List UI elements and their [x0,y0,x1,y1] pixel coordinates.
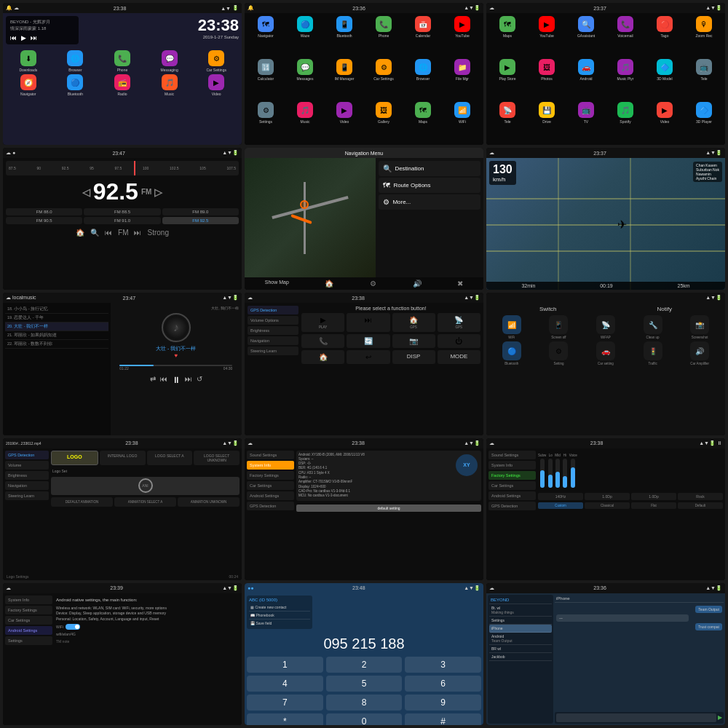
fm-next-btn[interactable]: ⏭ [134,229,141,237]
func-play-btn[interactable]: ▶PLAY [301,313,344,332]
app-g-yt[interactable]: ▶YouTube [444,16,480,56]
s13-car[interactable]: Car Settings [5,616,52,625]
app-nav[interactable]: 🧭 Navigator [6,74,51,96]
prev-track-btn[interactable]: ⏮ [160,375,167,385]
nav-more[interactable]: ⚙ More... [379,194,480,210]
fm-preset-3[interactable]: FM 89.0 [162,208,239,215]
nav-settings-icon[interactable]: ⚙ [370,280,376,288]
dial-1[interactable]: 1 [247,657,323,673]
func-back-btn[interactable]: ↩ [347,350,389,364]
func-bright[interactable]: Brightness [248,326,298,335]
fm-search-btn[interactable]: 🔍 [90,229,99,237]
app-video[interactable]: ▶ Video [194,74,239,96]
app3-vm[interactable]: 📞Voicemail [607,16,644,56]
playlist-item-20[interactable]: 20. 大壮 - 我们不一样 [5,323,108,331]
app-downloads[interactable]: ⬇ Downloads [6,50,51,72]
chat-input[interactable] [556,713,716,722]
s11-sysinfo[interactable]: System Info [247,461,294,470]
default-setting-btn[interactable]: default setting [296,505,481,512]
app-g-bt[interactable]: 📱Bluetooth [326,16,363,56]
nav-close-icon[interactable]: ✖ [457,280,463,288]
chat-brwl[interactable]: BR wl [489,645,552,653]
func-nav[interactable]: Navigation [248,336,298,345]
func-cam-btn[interactable]: 📷 [392,334,435,348]
app-phone[interactable]: 📞 Phone [100,50,145,72]
app-g-settings[interactable]: ⚙Car Settings [365,59,402,99]
func-gps[interactable]: GPS Detection [248,306,298,314]
app-g-vid[interactable]: ▶Video [326,102,363,142]
s12-gps[interactable]: GPS Detection [488,502,536,510]
media-widget[interactable]: BEYOND - 光辉岁月 情深深雨蒙蒙 1.18 ⏮ ▶ ⏭ [6,16,79,44]
playlist-item-21[interactable]: 21. 邓丽欣 - 如果妈妈知道 [5,331,108,340]
app-g-sys[interactable]: ⚙Settings [248,102,284,142]
app3-play[interactable]: ▶Play Store [489,59,526,99]
logo-sel-unk[interactable]: LOGO SELECT UNKNOWN [194,451,240,465]
app-g-wifi[interactable]: 📶WiFi [444,102,480,142]
s13-android[interactable]: Android Settings [5,626,52,635]
fm-arrow-left[interactable]: ◁ [82,186,90,198]
playlist-item-22[interactable]: 22. 邓丽欣 - 数数不到你 [5,340,108,349]
s11-car[interactable]: Car Settings [247,481,294,490]
func-refresh-btn[interactable]: 🔄 [347,334,389,348]
s12-sound[interactable]: Sound Settings [488,451,536,459]
app3-assist[interactable]: 🔍GAssistant [568,16,604,56]
app-g-music2[interactable]: 🎵Music [287,102,323,142]
chat-settings[interactable]: Settings [489,617,552,625]
fm-preset-6[interactable]: FM 92.5 [162,217,239,224]
contact-phonebook[interactable]: 📖 Phonebook [249,612,310,620]
nav-destination[interactable]: 🔍 Destination [379,161,480,176]
s13-sysinfo[interactable]: System Info [5,596,52,604]
app-bt[interactable]: 🔵 Bluetooth [53,74,98,96]
dial-2[interactable]: 2 [326,657,403,673]
play-pause-btn[interactable]: ⏸ [172,375,181,385]
app-g-maps[interactable]: 🗺Maps [405,102,441,142]
play-btn[interactable]: ▶ [21,34,26,41]
nav-route-options[interactable]: 🗺 Route Options [379,178,480,193]
func-power-btn[interactable]: ⏻ [438,334,480,348]
s11-sound[interactable]: Sound Settings [247,451,294,459]
chat-btwl[interactable]: Bt. wlMaking things [489,604,552,617]
logo-sel-a[interactable]: LOGO SELECT A [147,451,193,465]
eq-mid-track[interactable] [555,459,560,488]
app3-yt[interactable]: ▶YouTube [529,16,565,56]
func-gps-btn[interactable]: 📡GPS [438,313,480,332]
s12-car[interactable]: Car Settings [488,481,536,490]
app3-mp[interactable]: 🎵Music Plyr [607,59,644,99]
switch-amp[interactable]: 🔊 Car Amplifier [677,341,722,365]
nav-home-icon[interactable]: 🏠 [325,280,333,288]
s11-gps[interactable]: GPS Detection [247,502,294,510]
repeat-btn[interactable]: ↺ [197,375,202,385]
nav-show-map-btn[interactable]: Show Map [265,280,289,288]
switch-cleanup[interactable]: 🔧 Clean up [630,315,676,339]
fm-prev-btn[interactable]: ⏮ [105,229,112,237]
app3-maps[interactable]: 🗺Maps [489,16,526,56]
chat-jackbob[interactable]: Jackbob [489,653,552,661]
fm-preset-4[interactable]: FM 90.5 [6,217,82,224]
app-g-imm[interactable]: 📱IM Manager [326,59,363,99]
eq-lo-track[interactable] [548,459,553,488]
app3-tele[interactable]: 📺Tele [686,59,722,99]
app3-auto[interactable]: 🚗Android [568,59,604,99]
s12-sysinfo[interactable]: System Info [488,461,536,470]
contact-save[interactable]: 💾 Save field [249,620,310,627]
eq-voice-track[interactable] [571,459,575,488]
chat-android[interactable]: AndroidTeam Output [489,633,552,645]
app-g-msg[interactable]: 💬Messages [287,59,323,99]
switch-setting[interactable]: ⚙ Setting [537,341,582,365]
app-g-gallery[interactable]: 🖼Gallery [365,102,402,142]
func-call-btn[interactable]: 📞 [301,334,344,348]
app3-tago[interactable]: 🔴Tago [646,16,683,56]
func-disp-btn[interactable]: DISP [392,350,435,364]
wifi-toggle[interactable] [66,624,80,630]
fm-home-btn[interactable]: 🏠 [76,229,84,237]
s13-settings[interactable]: Settings [5,636,52,645]
logo-internal[interactable]: LOGO [51,451,98,465]
app3-3d[interactable]: 🔷3D Model [646,59,683,99]
s13-factory[interactable]: Factory Settings [5,606,52,614]
dial-9[interactable]: 9 [405,695,481,711]
eq-subw-track[interactable] [540,459,545,488]
app-g-nav[interactable]: 🗺Navigator [248,16,284,56]
app-music[interactable]: 🎵 Music [147,74,192,96]
eq-preset-custom[interactable]: Custom [538,502,583,509]
next-track-btn[interactable]: ⏭ [185,375,192,385]
